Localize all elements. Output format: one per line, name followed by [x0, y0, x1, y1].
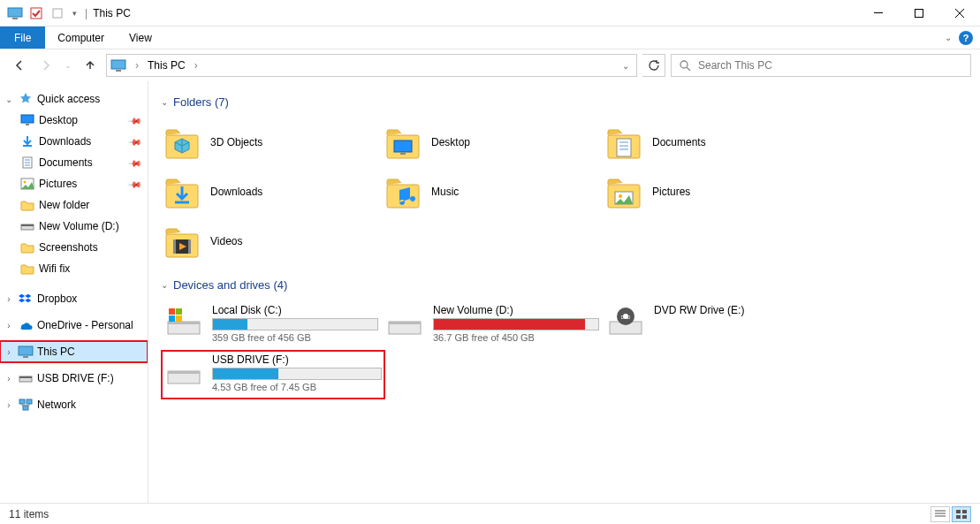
- folder-item[interactable]: Desktop: [382, 118, 603, 167]
- forward-button[interactable]: [35, 55, 57, 76]
- folders-grid: 3D ObjectsDesktopDocumentsDownloadsMusic…: [161, 118, 968, 266]
- svg-rect-21: [27, 399, 32, 404]
- svg-rect-54: [956, 515, 961, 519]
- sidebar-item[interactable]: Pictures📌: [0, 173, 148, 194]
- qat-dropdown-icon[interactable]: [48, 4, 67, 23]
- close-button[interactable]: [939, 0, 980, 27]
- ribbon-expand-icon[interactable]: ⌄: [945, 33, 952, 42]
- folder-label: Desktop: [431, 136, 470, 148]
- drives-grid: Local Disk (C:)359 GB free of 456 GBNew …: [161, 300, 968, 399]
- sidebar-network[interactable]: › Network: [0, 394, 148, 415]
- sidebar-dropbox[interactable]: › Dropbox: [0, 288, 148, 309]
- chevron-right-icon[interactable]: ›: [4, 400, 14, 410]
- sidebar: ⌄ Quick access Desktop📌Downloads📌Documen…: [0, 81, 148, 503]
- sidebar-onedrive[interactable]: › OneDrive - Personal: [0, 315, 148, 336]
- folder-item[interactable]: Pictures: [603, 167, 824, 216]
- svg-rect-43: [176, 315, 182, 322]
- recent-dropdown[interactable]: ⌄: [62, 55, 74, 76]
- breadcrumb[interactable]: This PC: [148, 59, 186, 72]
- sidebar-item[interactable]: Wifi fix: [0, 258, 148, 279]
- qat-more-icon[interactable]: ▾: [69, 4, 80, 23]
- chevron-right-icon[interactable]: ›: [4, 374, 14, 384]
- drive-item[interactable]: New Volume (D:)36.7 GB free of 450 GB: [382, 300, 603, 350]
- search-icon: [679, 59, 691, 72]
- folder-label: Downloads: [210, 186, 262, 198]
- search-input[interactable]: [698, 59, 963, 72]
- status-bar: 11 items: [0, 503, 980, 524]
- chevron-right-icon[interactable]: ›: [4, 347, 14, 357]
- folder-item[interactable]: Videos: [161, 216, 382, 266]
- drive-free-text: 4.53 GB free of 7.45 GB: [212, 382, 382, 392]
- pin-icon: 📌: [128, 156, 142, 170]
- sidebar-item-label: Wifi fix: [39, 262, 70, 275]
- drive-usage-bar: [433, 318, 599, 330]
- sidebar-item-label: Quick access: [37, 93, 100, 105]
- breadcrumb-chevron[interactable]: ›: [132, 59, 142, 72]
- svg-rect-0: [8, 8, 22, 17]
- up-button[interactable]: [80, 55, 101, 76]
- back-button[interactable]: [9, 55, 30, 76]
- drive-item[interactable]: DVDDVD RW Drive (E:): [603, 300, 824, 350]
- sidebar-item[interactable]: Documents📌: [0, 152, 148, 173]
- folder-label: Pictures: [652, 186, 690, 198]
- star-icon: [18, 92, 34, 106]
- svg-rect-55: [962, 515, 967, 519]
- svg-text:DVD: DVD: [621, 315, 631, 320]
- sidebar-item[interactable]: New folder: [0, 194, 148, 216]
- sidebar-item-label: Pictures: [39, 178, 77, 190]
- breadcrumb-chevron[interactable]: ›: [191, 59, 201, 72]
- svg-rect-1: [12, 18, 18, 19]
- sidebar-item[interactable]: Desktop📌: [0, 110, 148, 131]
- properties-icon[interactable]: [27, 4, 46, 23]
- chevron-down-icon[interactable]: ⌄: [4, 95, 14, 104]
- file-tab[interactable]: File: [0, 27, 45, 49]
- sidebar-item-label: Network: [37, 399, 76, 411]
- search-box[interactable]: [671, 54, 971, 77]
- refresh-button[interactable]: [642, 54, 665, 77]
- details-view-button[interactable]: [931, 506, 950, 522]
- icons-view-button[interactable]: [952, 506, 971, 522]
- chevron-right-icon[interactable]: ›: [4, 321, 14, 330]
- sidebar-this-pc[interactable]: › This PC: [0, 341, 148, 362]
- minimize-button[interactable]: [858, 0, 899, 27]
- sidebar-usb-drive[interactable]: › USB DRIVE (F:): [0, 368, 148, 389]
- drive-name: Local Disk (C:): [212, 304, 378, 316]
- drives-section-header[interactable]: ⌄ Devices and drives (4): [161, 278, 968, 292]
- maximize-button[interactable]: [899, 0, 939, 27]
- onedrive-icon: [18, 318, 34, 332]
- view-toggles: [931, 506, 971, 522]
- network-icon: [18, 398, 34, 412]
- address-dropdown-icon[interactable]: ⌄: [619, 61, 633, 71]
- sidebar-item[interactable]: New Volume (D:): [0, 216, 148, 237]
- drive-name: DVD RW Drive (E:): [654, 304, 820, 316]
- svg-rect-53: [962, 510, 967, 513]
- sidebar-item[interactable]: Screenshots: [0, 237, 148, 258]
- computer-tab[interactable]: Computer: [45, 27, 117, 49]
- svg-point-13: [24, 181, 27, 184]
- drive-usage-bar: [212, 318, 378, 330]
- sidebar-item-label: This PC: [37, 346, 75, 358]
- address-bar[interactable]: › This PC › ⌄: [106, 54, 637, 77]
- chevron-right-icon[interactable]: ›: [4, 294, 14, 304]
- sidebar-quick-access[interactable]: ⌄ Quick access: [0, 88, 148, 110]
- folder-item[interactable]: Music: [382, 167, 603, 216]
- folders-section-header[interactable]: ⌄ Folders (7): [161, 95, 968, 109]
- this-pc-icon[interactable]: [5, 4, 25, 23]
- help-icon[interactable]: ?: [959, 31, 973, 45]
- dropbox-icon: [18, 292, 34, 306]
- svg-rect-36: [173, 239, 176, 254]
- svg-rect-51: [168, 371, 200, 374]
- sidebar-item[interactable]: Downloads📌: [0, 131, 148, 152]
- drive-item[interactable]: USB DRIVE (F:)4.53 GB free of 7.45 GB: [161, 350, 385, 399]
- drive-drive-icon: [385, 304, 424, 339]
- folder-item[interactable]: Documents: [603, 118, 824, 167]
- svg-rect-42: [169, 315, 175, 322]
- folder-item[interactable]: 3D Objects: [161, 118, 382, 167]
- drive-icon: [18, 371, 34, 385]
- svg-rect-4: [874, 12, 883, 13]
- folder-icon: [19, 262, 35, 276]
- drive-item[interactable]: Local Disk (C:)359 GB free of 456 GB: [161, 300, 382, 350]
- view-tab[interactable]: View: [117, 27, 164, 49]
- folder-item[interactable]: Downloads: [161, 167, 382, 216]
- window-title: This PC: [93, 7, 131, 19]
